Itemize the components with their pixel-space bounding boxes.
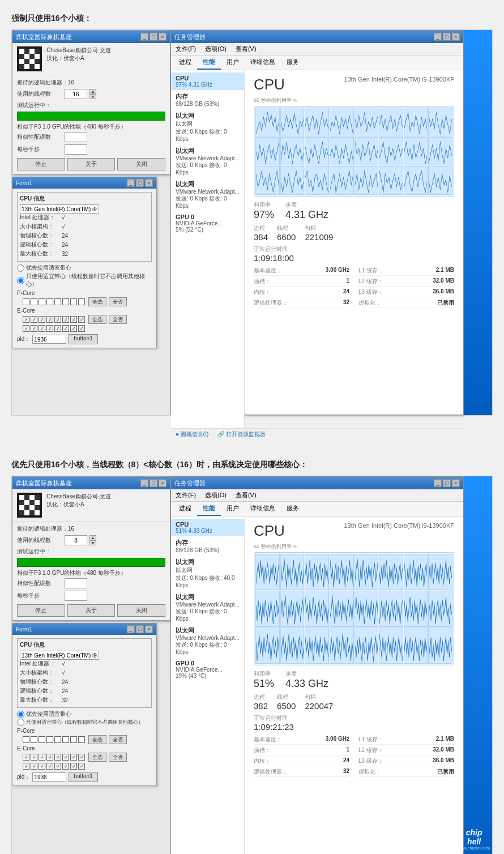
- tab-process-2[interactable]: 进程: [173, 502, 197, 516]
- ecore2-cb-2[interactable]: [31, 754, 37, 761]
- spinner-down-1[interactable]: ▼: [89, 94, 96, 99]
- sidebar-eth2-1[interactable]: 以太网 VMware Network Adapt... 发送: 0 Kbps 接…: [171, 144, 244, 178]
- f1-minimize-2[interactable]: _: [127, 625, 135, 633]
- ecore2-cb-7[interactable]: [70, 754, 77, 761]
- pid-input-2[interactable]: [32, 772, 66, 782]
- pcore-clear-1[interactable]: 全否: [109, 297, 127, 306]
- stop-btn-1[interactable]: 停止: [17, 158, 65, 170]
- ecore2-cb-11[interactable]: [39, 763, 45, 770]
- about-btn-1[interactable]: 关于: [67, 158, 116, 170]
- tm-close-1[interactable]: ×: [452, 33, 460, 41]
- tab-users-2[interactable]: 用户: [221, 502, 245, 516]
- tm-footer-link-1[interactable]: ● 圈概信息(I): [176, 430, 208, 438]
- sidebar-cpu-2[interactable]: CPU 51% 4.33 GHz: [171, 519, 244, 536]
- param-input-1[interactable]: [65, 132, 87, 142]
- sidebar-eth3-1[interactable]: 以太网 VMware Network Adapt... 发送: 0 Kbps 接…: [171, 178, 244, 211]
- spinner-down-2[interactable]: ▼: [89, 540, 96, 545]
- stop-btn-2[interactable]: 停止: [17, 604, 65, 617]
- param-input-2[interactable]: [65, 578, 87, 588]
- sidebar-eth2-2[interactable]: 以太网 VMware Network Adapt... 发送: 0 Kbps 接…: [171, 591, 244, 624]
- pcore-cb-5[interactable]: [54, 298, 61, 305]
- button1-1[interactable]: button1: [69, 334, 97, 344]
- ecore-cb-14[interactable]: [62, 325, 69, 332]
- tab-users-1[interactable]: 用户: [221, 55, 245, 70]
- f1-close-2[interactable]: ×: [145, 625, 153, 633]
- threads-input-2[interactable]: [65, 535, 87, 545]
- ecore-cb-11[interactable]: [39, 325, 45, 332]
- sidebar-eth3-2[interactable]: 以太网 VMware Network Adapt... 发送: 0 Kbps 接…: [171, 624, 244, 657]
- ecore2-cb-1[interactable]: [23, 754, 29, 761]
- tm-menu-view-2[interactable]: 查看(V): [233, 490, 259, 500]
- ecore-cb-15[interactable]: [70, 325, 77, 332]
- pcore2-cb-8[interactable]: [78, 736, 85, 743]
- ecore2-cb-9[interactable]: [23, 763, 29, 770]
- ecore-clear-1[interactable]: 全否: [109, 315, 127, 324]
- pid-input-1[interactable]: [32, 335, 66, 344]
- ecore-clear-2[interactable]: 全否: [109, 753, 127, 762]
- minimize-btn-1[interactable]: _: [140, 33, 148, 41]
- ecore2-cb-10[interactable]: [31, 763, 37, 770]
- tm-menu-view-1[interactable]: 查看(V): [233, 44, 259, 54]
- pcore-clear-2[interactable]: 全否: [109, 735, 127, 744]
- spinner-up-2[interactable]: ▲: [89, 535, 96, 540]
- pcore-cb-4[interactable]: [46, 298, 53, 305]
- button1-2[interactable]: button1: [69, 772, 97, 782]
- spinner-up-1[interactable]: ▲: [89, 89, 96, 94]
- tab-services-1[interactable]: 服务: [281, 55, 305, 70]
- close-btn-cb-2[interactable]: 关闭: [117, 604, 165, 617]
- ecore-cb-7[interactable]: [70, 316, 77, 323]
- tab-details-2[interactable]: 详细信息: [245, 502, 281, 516]
- f1-maximize-2[interactable]: □: [136, 625, 144, 633]
- maximize-btn-1[interactable]: □: [150, 33, 157, 41]
- pcore-all-2[interactable]: 全选: [88, 735, 106, 744]
- ecore-cb-2[interactable]: [31, 316, 37, 323]
- ecore-all-1[interactable]: 全选: [88, 315, 106, 324]
- tm-close-2[interactable]: ×: [452, 479, 460, 487]
- sidebar-gpu-2[interactable]: GPU 0 NVIDIA GeForce... 19% (43 °C): [171, 657, 244, 681]
- kps-input-1[interactable]: [65, 144, 87, 155]
- pcore2-cb-7[interactable]: [70, 736, 77, 743]
- ecore-cb-5[interactable]: [54, 316, 61, 323]
- ecore2-cb-3[interactable]: [39, 754, 45, 761]
- pcore2-cb-6[interactable]: [62, 736, 69, 743]
- ecore2-cb-8[interactable]: [78, 754, 85, 761]
- pcore-cb-6[interactable]: [62, 298, 69, 305]
- ecore-cb-1[interactable]: [23, 316, 29, 323]
- tab-services-2[interactable]: 服务: [281, 502, 305, 516]
- close-btn-1[interactable]: ×: [159, 33, 166, 41]
- tm-menu-option-1[interactable]: 选项(O): [203, 44, 229, 54]
- pcore-all-1[interactable]: 全选: [88, 297, 106, 306]
- ecore2-cb-16[interactable]: [78, 763, 85, 770]
- pcore-cb-3[interactable]: [39, 298, 45, 305]
- tab-details-1[interactable]: 详细信息: [245, 55, 281, 70]
- ecore2-cb-14[interactable]: [62, 763, 69, 770]
- pcore-cb-8[interactable]: [78, 298, 85, 305]
- ecore-cb-13[interactable]: [54, 325, 61, 332]
- pcore2-cb-3[interactable]: [39, 736, 45, 743]
- ecore2-cb-15[interactable]: [70, 763, 77, 770]
- ecore-cb-3[interactable]: [39, 316, 45, 323]
- tm-menu-file-2[interactable]: 文件(F): [173, 490, 198, 500]
- close-btn-cb-1[interactable]: 关闭: [117, 158, 165, 170]
- ecore-cb-10[interactable]: [31, 325, 37, 332]
- f1-maximize-1[interactable]: □: [136, 179, 144, 187]
- minimize-btn-2[interactable]: _: [140, 479, 148, 487]
- ecore2-cb-13[interactable]: [54, 763, 61, 770]
- tm-minimize-1[interactable]: _: [434, 33, 442, 41]
- ecore2-cb-6[interactable]: [62, 754, 69, 761]
- pcore-cb-2[interactable]: [31, 298, 37, 305]
- ecore2-cb-5[interactable]: [54, 754, 61, 761]
- f1-close-1[interactable]: ×: [145, 179, 153, 187]
- tab-performance-1[interactable]: 性能: [197, 55, 221, 70]
- sidebar-eth1-2[interactable]: 以太网 以太网 发送: 0 Kbps 接收: 40.0 Kbps: [171, 556, 244, 591]
- tm-maximize-1[interactable]: □: [443, 33, 451, 41]
- ecore2-cb-4[interactable]: [46, 754, 53, 761]
- cpu-model-input-1[interactable]: [20, 204, 99, 214]
- ecore-all-2[interactable]: 全选: [88, 753, 106, 762]
- kps-input-2[interactable]: [65, 591, 87, 601]
- cpu-model-input-2[interactable]: [20, 651, 99, 660]
- tm-minimize-2[interactable]: _: [434, 479, 442, 487]
- sidebar-cpu-1[interactable]: CPU 97% 4.31 GHz: [171, 72, 244, 90]
- ecore-cb-12[interactable]: [46, 325, 53, 332]
- pcore2-cb-4[interactable]: [46, 736, 53, 743]
